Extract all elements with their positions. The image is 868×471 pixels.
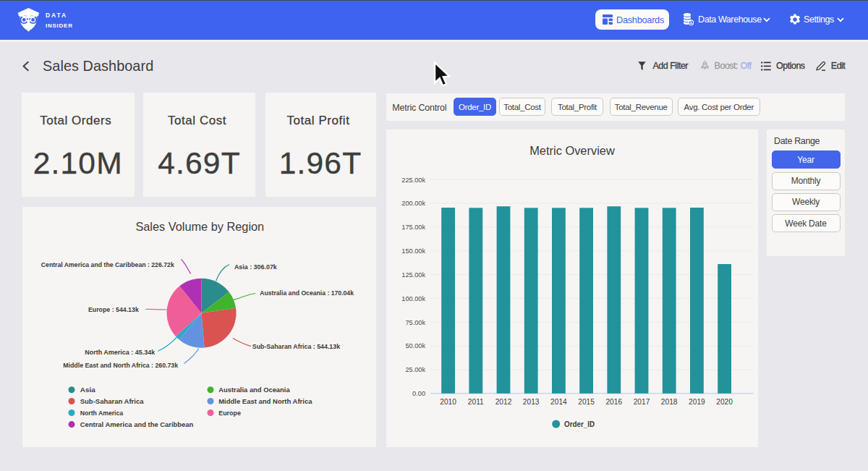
svg-text:125.00k: 125.00k (401, 271, 425, 279)
svg-text:Middle East and North Africa: Middle East and North Africa (218, 397, 312, 405)
svg-text:25.00k: 25.00k (405, 366, 425, 373)
svg-text:Asia : 306.07k: Asia : 306.07k (234, 263, 277, 271)
svg-text:2014: 2014 (550, 398, 567, 406)
svg-text:Asia: Asia (80, 386, 96, 394)
svg-text:2017: 2017 (634, 398, 650, 406)
svg-text:225.00k: 225.00k (401, 177, 425, 184)
svg-text:Sub-Saharan Africa: Sub-Saharan Africa (80, 397, 144, 405)
svg-text:100.00k: 100.00k (401, 295, 425, 302)
svg-text:0.00: 0.00 (412, 390, 425, 397)
svg-text:2019: 2019 (689, 398, 705, 406)
svg-text:150.00k: 150.00k (401, 247, 425, 255)
svg-text:Central America and the Caribb: Central America and the Caribbean (80, 420, 194, 428)
svg-text:Europe: Europe (218, 409, 241, 417)
svg-text:2011: 2011 (468, 398, 484, 406)
svg-text:North America : 45.34k: North America : 45.34k (85, 348, 155, 356)
svg-text:Metric Overview: Metric Overview (529, 144, 616, 158)
svg-text:200.00k: 200.00k (401, 200, 425, 207)
svg-text:2016: 2016 (605, 398, 622, 406)
svg-text:Middle East and North Africa :: Middle East and North Africa : 260.73k (63, 361, 178, 369)
svg-text:Sales Volume by Region: Sales Volume by Region (135, 220, 264, 234)
svg-text:Australia and Oceania : 170.04: Australia and Oceania : 170.04k (260, 289, 354, 297)
svg-text:Central America and the Caribb: Central America and the Caribbean : 226.… (41, 260, 174, 268)
svg-text:2013: 2013 (523, 398, 540, 406)
svg-text:Order_ID: Order_ID (564, 420, 595, 428)
svg-text:Sub-Saharan Africa : 544.13k: Sub-Saharan Africa : 544.13k (252, 342, 341, 350)
svg-text:Australia and Oceania: Australia and Oceania (218, 386, 290, 394)
svg-text:North America: North America (80, 409, 124, 417)
svg-text:50.00k: 50.00k (405, 342, 425, 349)
svg-text:2015: 2015 (578, 398, 595, 406)
svg-text:2020: 2020 (716, 398, 733, 406)
svg-text:175.00k: 175.00k (401, 224, 425, 231)
svg-text:Europe : 544.13k: Europe : 544.13k (88, 305, 139, 313)
svg-text:2010: 2010 (440, 398, 456, 406)
svg-text:75.00k: 75.00k (405, 319, 425, 326)
svg-text:2012: 2012 (495, 398, 512, 406)
svg-text:2018: 2018 (661, 398, 678, 406)
